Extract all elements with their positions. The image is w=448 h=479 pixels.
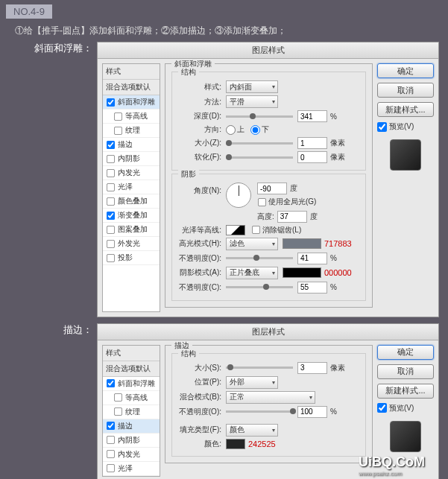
style-item-stroke-2[interactable]: 描边 xyxy=(103,419,160,434)
stroke-color-swatch[interactable] xyxy=(226,439,245,449)
angle-unit: 度 xyxy=(290,183,297,194)
stroke-size-unit: 像素 xyxy=(330,363,345,373)
ok-button[interactable]: 确定 xyxy=(377,63,434,78)
op1-slider[interactable] xyxy=(226,257,293,259)
op1-unit: % xyxy=(330,254,337,262)
hl-hex: 717883 xyxy=(324,239,352,248)
size-unit: 像素 xyxy=(330,138,345,148)
style-item-patternoverlay[interactable]: 图案叠加 xyxy=(103,223,160,237)
style-check-satin[interactable] xyxy=(107,183,115,191)
stroke-size-input[interactable] xyxy=(297,362,327,374)
sh-color-swatch[interactable] xyxy=(283,267,321,278)
style-item-innerglow-2[interactable]: 内发光 xyxy=(103,448,160,462)
style-item-dropshadow[interactable]: 投影 xyxy=(103,251,160,265)
stroke-fill-label: 填充类型(F): xyxy=(178,425,221,435)
depth-input[interactable] xyxy=(297,110,327,122)
stroke-pos-select[interactable]: 外部 xyxy=(226,376,278,389)
style-item-texture-2[interactable]: 纹理 xyxy=(103,405,160,419)
style-check-texture[interactable] xyxy=(114,126,122,134)
style-check-contour[interactable] xyxy=(114,112,122,120)
op1-input[interactable] xyxy=(297,253,327,264)
size-label: 大小(Z): xyxy=(178,138,221,148)
new-style-button[interactable]: 新建样式... xyxy=(377,102,434,117)
style-check-innershadow[interactable] xyxy=(107,154,115,162)
stroke-size-label: 大小(S): xyxy=(178,363,221,373)
style-item-texture[interactable]: 纹理 xyxy=(103,124,160,138)
layer-style-dialog-bevel: 图层样式 样式 混合选项默认 斜面和浮雕 等高线 纹理 描边 内阴影 内发光 光… xyxy=(97,42,439,317)
style-item-innershadow[interactable]: 内阴影 xyxy=(103,152,160,166)
stroke-op-input[interactable] xyxy=(297,406,327,418)
stroke-blend-select[interactable]: 正常 xyxy=(226,391,315,404)
hl-mode-select[interactable]: 滤色 xyxy=(226,238,278,250)
op2-input[interactable] xyxy=(297,282,327,294)
style-item-bevel-2[interactable]: 斜面和浮雕 xyxy=(103,377,160,391)
section2-label: 描边： xyxy=(0,323,97,337)
op2-slider[interactable] xyxy=(226,286,293,288)
hl-color-swatch[interactable] xyxy=(283,238,321,249)
style-check-bevel[interactable] xyxy=(107,98,115,106)
dir-up[interactable]: 上 xyxy=(226,124,244,135)
style-check-dropshadow[interactable] xyxy=(107,253,115,261)
style-select[interactable]: 内斜面 xyxy=(226,80,278,93)
style-item-stroke[interactable]: 描边 xyxy=(103,138,160,152)
stroke-struct-legend: 结构 xyxy=(178,349,199,359)
dir-label: 方向: xyxy=(178,124,221,135)
style-item-innershadow-2[interactable]: 内阴影 xyxy=(103,434,160,448)
depth-slider[interactable] xyxy=(226,115,293,118)
stroke-op-slider[interactable] xyxy=(226,410,293,413)
sh-hex: 000000 xyxy=(324,268,352,277)
method-select[interactable]: 平滑 xyxy=(226,95,278,108)
bevel-panel: 斜面和浮雕 结构 样式:内斜面 方法:平滑 深度(D):% 方向: 上 下 大小… xyxy=(165,63,373,312)
hl-mode-label: 高光模式(H): xyxy=(178,238,221,249)
size-slider[interactable] xyxy=(226,142,293,145)
contour-swatch[interactable] xyxy=(226,225,245,235)
op2-label: 不透明度(C): xyxy=(178,282,221,293)
new-style-button-2[interactable]: 新建样式... xyxy=(377,384,434,399)
stroke-fill-select[interactable]: 颜色 xyxy=(226,424,278,437)
size-input[interactable] xyxy=(297,137,327,149)
alt-input[interactable] xyxy=(277,211,307,223)
section1-label: 斜面和浮雕： xyxy=(0,42,97,55)
style-check-outerglow[interactable] xyxy=(107,239,115,247)
soften-input[interactable] xyxy=(297,151,327,163)
style-item-satin[interactable]: 光泽 xyxy=(103,180,160,194)
style-item-bevel[interactable]: 斜面和浮雕 xyxy=(103,95,160,110)
style-list-header: 样式 xyxy=(103,64,160,80)
preview-checkbox-2[interactable]: 预览(V) xyxy=(377,403,434,413)
style-item-coloroverlay[interactable]: 颜色叠加 xyxy=(103,194,160,209)
style-list: 样式 混合选项默认 斜面和浮雕 等高线 纹理 描边 内阴影 内发光 光泽 颜色叠… xyxy=(102,63,160,312)
stroke-size-slider[interactable] xyxy=(226,367,293,369)
blend-options-default[interactable]: 混合选项默认 xyxy=(103,80,160,95)
dir-down[interactable]: 下 xyxy=(250,124,269,135)
style-check-patternoverlay[interactable] xyxy=(107,225,115,233)
style-item-innerglow[interactable]: 内发光 xyxy=(103,166,160,180)
dialog-right-col-2: 确定 取消 新建样式... 预览(V) xyxy=(377,345,434,477)
preview-checkbox[interactable]: 预览(V) xyxy=(377,121,434,132)
style-check-stroke[interactable] xyxy=(107,140,115,148)
cancel-button[interactable]: 取消 xyxy=(377,83,434,98)
angle-label: 角度(N): xyxy=(178,185,221,196)
style-check-gradoverlay[interactable] xyxy=(107,211,115,219)
style-item-contour-2[interactable]: 等高线 xyxy=(103,391,160,405)
blend-options-default-2[interactable]: 混合选项默认 xyxy=(103,361,160,377)
cancel-button-2[interactable]: 取消 xyxy=(377,364,434,379)
angle-dial[interactable] xyxy=(226,183,251,208)
angle-input[interactable] xyxy=(257,183,287,194)
style-list-2: 样式 混合选项默认 斜面和浮雕 等高线 纹理 描边 内阴影 内发光 光泽 xyxy=(102,345,160,477)
page-tag: NO.4-9 xyxy=(6,4,52,19)
style-item-gradoverlay[interactable]: 渐变叠加 xyxy=(103,209,160,223)
style-item-contour[interactable]: 等高线 xyxy=(103,110,160,124)
style-item-satin-2[interactable]: 光泽 xyxy=(103,462,160,476)
style-check-coloroverlay[interactable] xyxy=(107,197,115,205)
dialog-right-col: 确定 取消 新建样式... 预览(V) xyxy=(377,63,434,312)
antialias[interactable]: 消除锯齿(L) xyxy=(251,225,301,235)
soften-slider[interactable] xyxy=(226,156,293,159)
sh-mode-select[interactable]: 正片叠底 xyxy=(226,267,278,279)
global-light[interactable]: 使用全局光(G) xyxy=(257,197,316,207)
style-check-innerglow[interactable] xyxy=(107,168,115,177)
style-item-outerglow[interactable]: 外发光 xyxy=(103,237,160,251)
ok-button-2[interactable]: 确定 xyxy=(377,345,434,360)
style-list-header-2: 样式 xyxy=(103,346,160,361)
method-label: 方法: xyxy=(178,97,221,107)
depth-label: 深度(D): xyxy=(178,111,221,121)
